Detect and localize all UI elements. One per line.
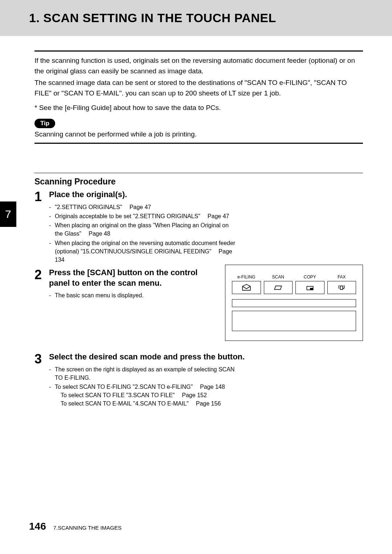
step-3: 3 Select the desired scan mode and press… [34,352,363,409]
page-ref: Page 47 [122,204,151,210]
step-title: Select the desired scan mode and press t… [49,352,363,362]
step-number: 1 [34,190,49,265]
divider [34,173,363,173]
scanner-icon [273,284,283,292]
panel-button-efiling: e-FILING [232,274,261,294]
step-title: Press the [SCAN] button on the control p… [49,268,214,288]
list-item: The basic scan menu is displayed. [49,291,214,300]
step-1: 1 Place the original(s). "2.SETTING ORIG… [34,190,363,265]
step-title: Place the original(s). [49,190,363,200]
intro-paragraph: If the scanning function is used, origin… [34,55,363,77]
page-title: 1. SCAN SETTING IN THE TOUCH PANEL [29,11,392,25]
section-title: Scanning Procedure [34,177,363,187]
page-header: 1. SCAN SETTING IN THE TOUCH PANEL [0,0,392,36]
page-ref: Page 48 [81,231,110,237]
step-number: 2 [34,268,49,341]
divider [34,143,363,144]
list-item: Originals acceptable to be set "2.SETTIN… [49,212,238,220]
footer-chapter: 7.SCANNING THE IMAGES [53,525,122,531]
fax-icon [337,284,346,292]
list-item: When placing the original on the reversi… [49,239,238,264]
page-footer: 146 7.SCANNING THE IMAGES [29,521,122,532]
copy-icon [305,284,315,292]
panel-button-scan: SCAN [264,274,293,294]
intro-paragraph: The scanned image data can be sent or st… [34,77,363,99]
divider [34,50,363,52]
svg-rect-1 [310,288,313,290]
step-number: 3 [34,352,49,409]
panel-strip [232,311,356,331]
panel-strip [232,299,356,307]
page-ref: Page 152 [175,392,207,398]
page-ref: Page 47 [200,213,229,219]
intro-block: If the scanning function is used, origin… [34,55,363,113]
page-ref: Page 156 [189,400,221,407]
panel-button-copy: COPY [295,274,324,294]
footnote: * See the [e-Filing Guide] about how to … [34,102,363,113]
tip-badge: Tip [34,119,55,128]
step-2: 2 Press the [SCAN] button on the control… [34,268,214,341]
list-item: When placing an original on the glass "W… [49,221,238,238]
tip-text: Scanning cannot be performed while a job… [34,130,363,138]
panel-button-fax: FAX [327,274,356,294]
list-item: "2.SETTING ORIGINALS"Page 47 [49,203,238,211]
list-item: To select SCAN TO E-FILING "2.SCAN TO e-… [49,383,238,408]
mailbox-icon [242,284,251,292]
list-item: The screen on the right is displayed as … [49,365,238,382]
page-number: 146 [29,521,46,532]
page-ref: Page 148 [193,384,225,390]
control-panel-diagram: e-FILING SCAN COPY FAX [225,265,363,341]
